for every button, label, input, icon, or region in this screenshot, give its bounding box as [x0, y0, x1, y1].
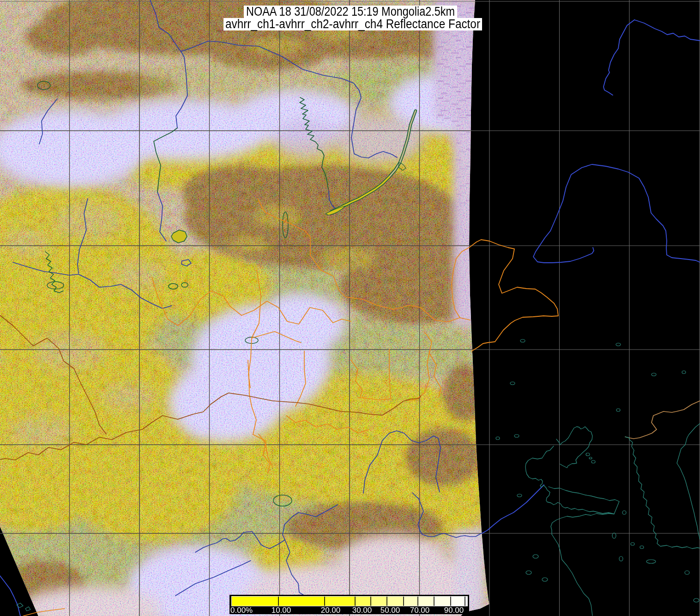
svg-text:0.00%: 0.00%: [230, 606, 253, 615]
svg-text:NOAA 18 31/08/2022 15:19 Mongo: NOAA 18 31/08/2022 15:19 Mongolia2.5km: [246, 5, 455, 18]
svg-text:avhrr_ch1-avhrr_ch2-avhrr_ch4: avhrr_ch1-avhrr_ch2-avhrr_ch4 Reflectanc…: [225, 17, 480, 31]
svg-text:10.00: 10.00: [272, 606, 291, 615]
svg-text:50.00: 50.00: [380, 606, 400, 615]
svg-text:20.00: 20.00: [321, 606, 341, 615]
svg-text:90.00: 90.00: [444, 606, 464, 615]
svg-text:30.00: 30.00: [352, 606, 372, 615]
svg-text:70.00: 70.00: [410, 606, 430, 615]
